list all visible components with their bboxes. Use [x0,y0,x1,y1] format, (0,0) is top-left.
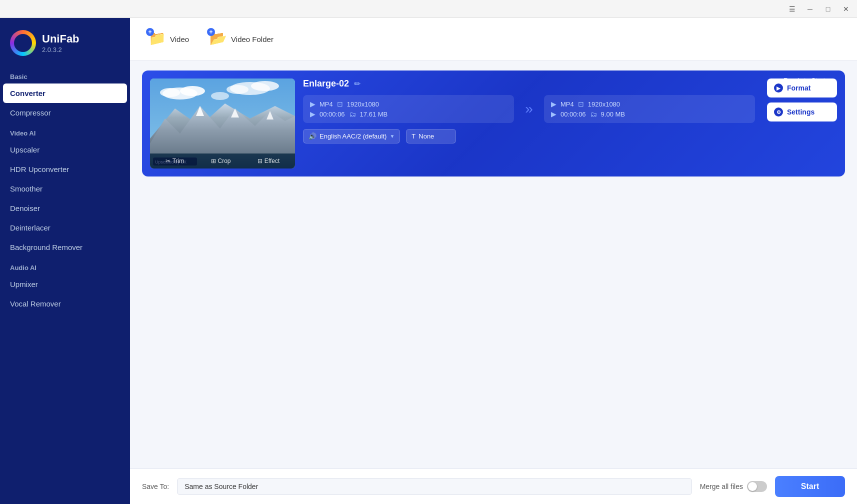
start-button[interactable]: Start [775,476,845,497]
sidebar-item-denoiser[interactable]: Denoiser [0,198,130,218]
save-path-text: Same as Source Folder [184,482,258,490]
trim-label: Trim [172,158,184,164]
section-label-video-ai: Video AI [0,122,130,140]
output-format-row: ▶ MP4 ⊡ 1920x1080 [551,100,748,108]
subtitle-select[interactable]: T None [406,129,456,144]
logo-inner [14,34,32,52]
ready-status: Ready to Start [784,76,825,84]
minimize-button[interactable]: ─ [805,4,815,14]
source-format-row: ▶ MP4 ⊡ 1920x1080 [310,100,507,108]
effect-button[interactable]: ⊟ Effect [258,158,280,164]
logo-icon [10,30,36,56]
close-button[interactable]: ✕ [841,4,851,14]
sidebar-item-background-remover[interactable]: Background Remover [0,238,130,257]
edit-icon[interactable]: ✏ [354,79,360,88]
source-duration: 00:00:06 [320,110,345,118]
arrow-col: » [514,101,544,117]
settings-button[interactable]: ⚙ Settings [767,102,837,122]
action-buttons: ▶ Format ⚙ Settings [767,78,837,122]
resize-icon-out: ⊡ [578,100,584,108]
main-content: 📁 + Video 📂 + Video Folder [130,18,857,504]
content-area: Upscaled by 2X ✂ Trim ⊞ Crop ⊟ [130,60,857,468]
toggle-thumb [748,482,757,491]
save-path-input[interactable]: Same as Source Folder [177,478,692,495]
sidebar: UniFab 2.0.3.2 Basic Converter Compresso… [0,18,130,504]
maximize-button[interactable]: □ [823,4,833,14]
add-video-icon-wrapper: 📁 + [148,30,166,48]
add-folder-button[interactable]: 📂 + Video Folder [203,26,280,52]
section-label-basic: Basic [0,66,130,84]
resize-icon: ⊡ [337,100,343,108]
audio-dropdown-arrow: ▼ [390,134,394,139]
svg-point-7 [211,92,229,100]
media-row: 🔊 English AAC/2 (default) ▼ T None [303,129,755,144]
sidebar-item-label-background-remover: Background Remover [10,243,82,252]
add-video-label: Video [170,35,189,44]
subtitle-icon: T [412,132,416,140]
merge-toggle[interactable] [747,481,767,492]
chevron-right-icon: » [525,101,533,117]
sidebar-item-label-converter: Converter [10,89,46,98]
file-icon: 🗂 [349,110,356,118]
audio-icon: 🔊 [308,132,316,140]
crop-label: Crop [218,158,231,164]
add-folder-icon-wrapper: 📂 + [209,30,227,48]
bottom-bar: Save To: Same as Source Folder Merge all… [130,468,857,504]
audio-track: English AAC/2 (default) [320,132,386,140]
format-label: Format [787,84,810,92]
source-resolution: 1920x1080 [347,100,379,108]
play-icon: ▶ [310,100,316,108]
subtitle-track: None [418,132,434,140]
audio-select[interactable]: 🔊 English AAC/2 (default) ▼ [303,129,400,144]
video-title: Enlarge-02 [303,78,349,89]
sidebar-item-upscaler[interactable]: Upscaler [0,140,130,160]
merge-label: Merge all files [700,482,743,490]
crop-button[interactable]: ⊞ Crop [211,158,231,164]
source-size: 17.61 MB [360,110,388,118]
sidebar-item-upmixer[interactable]: Upmixer [0,274,130,294]
file-icon-out: 🗂 [590,110,597,118]
app-name: UniFab [42,32,80,46]
add-folder-label: Video Folder [231,35,274,44]
sidebar-item-label-deinterlacer: Deinterlacer [10,224,50,232]
card-close-button[interactable]: ✕ [827,76,839,88]
save-to-label: Save To: [142,482,169,490]
svg-point-6 [226,85,248,94]
app-version: 2.0.3.2 [42,46,80,54]
plus-badge-video: + [146,28,154,36]
source-info-box: ▶ MP4 ⊡ 1920x1080 ▶ 00:00:06 🗂 17.61 MB [303,95,514,123]
svg-point-5 [251,81,279,91]
clock-icon-out: ▶ [551,110,556,118]
sidebar-item-smoother[interactable]: Smoother [0,179,130,198]
video-thumbnail: Upscaled by 2X ✂ Trim ⊞ Crop ⊟ [150,78,295,168]
menu-button[interactable]: ☰ [787,4,797,14]
add-video-button[interactable]: 📁 + Video [142,26,195,52]
sidebar-item-compressor[interactable]: Compressor [0,103,130,122]
titlebar: ☰ ─ □ ✕ [0,0,857,18]
sidebar-item-label-denoiser: Denoiser [10,204,40,212]
svg-point-3 [160,88,180,97]
sidebar-item-label-hdr-upconverter: HDR Upconverter [10,165,69,174]
sidebar-item-label-upscaler: Upscaler [10,146,40,154]
effect-icon: ⊟ [258,158,262,164]
trim-icon: ✂ [166,158,170,164]
sidebar-item-hdr-upconverter[interactable]: HDR Upconverter [0,160,130,179]
toolbar: 📁 + Video 📂 + Video Folder [130,18,857,60]
sidebar-item-label-compressor: Compressor [10,108,51,117]
sidebar-item-label-smoother: Smoother [10,184,42,193]
sidebar-item-converter[interactable]: Converter [3,84,127,103]
output-format: MP4 [560,100,574,108]
sidebar-item-vocal-remover[interactable]: Vocal Remover [0,294,130,314]
output-size: 9.00 MB [601,110,625,118]
play-icon-out: ▶ [551,100,556,108]
sidebar-item-deinterlacer[interactable]: Deinterlacer [0,218,130,238]
trim-button[interactable]: ✂ Trim [166,158,184,164]
source-meta-row: ▶ 00:00:06 🗂 17.61 MB [310,110,507,118]
app-container: UniFab 2.0.3.2 Basic Converter Compresso… [0,18,857,504]
format-btn-icon: ▶ [774,84,783,92]
logo-text: UniFab 2.0.3.2 [42,32,80,53]
section-label-audio-ai: Audio AI [0,257,130,274]
video-info: Enlarge-02 ✏ ▶ MP4 ⊡ 1920x1080 [303,78,755,144]
app-logo: UniFab 2.0.3.2 [0,18,130,66]
output-meta-row: ▶ 00:00:06 🗂 9.00 MB [551,110,748,118]
